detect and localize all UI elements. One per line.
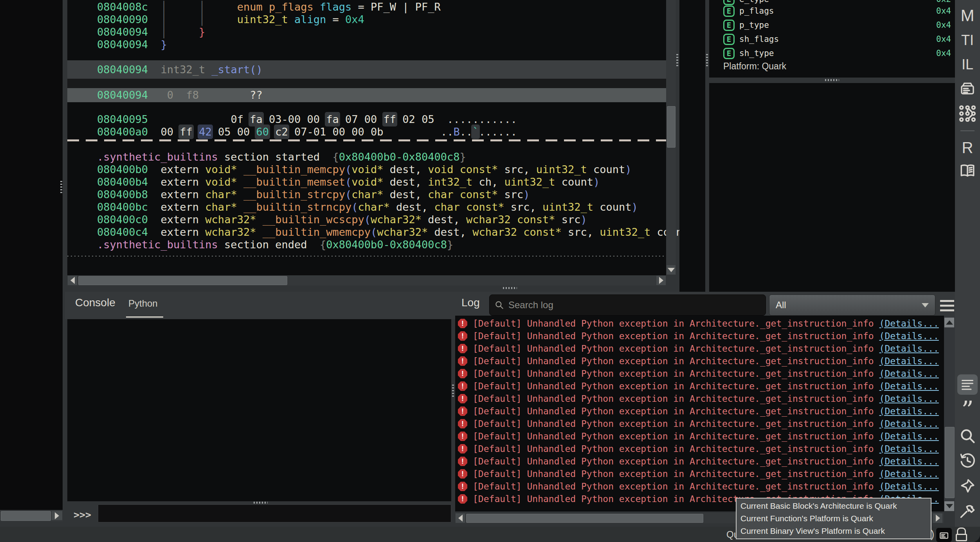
- details-link[interactable]: (Details...: [879, 444, 939, 454]
- archive-status-icon[interactable]: [936, 528, 952, 542]
- left-pane-hscroll-thumb[interactable]: [1, 511, 51, 521]
- right-panel-splitter-handle[interactable]: [825, 79, 839, 81]
- log-vscroll-up-button[interactable]: [944, 318, 954, 327]
- log-filter-dropdown[interactable]: All: [769, 294, 935, 316]
- log-row[interactable]: ![Default] Unhandled Python exception in…: [458, 367, 939, 380]
- details-link[interactable]: (Details...: [879, 431, 939, 441]
- left-splitter-handle[interactable]: [60, 181, 62, 194]
- log-message: [Default] Unhandled Python exception in …: [473, 406, 879, 416]
- hex-line[interactable]: 080400a0 00 ff 42 05 00 60 c2 07-01 00 0…: [97, 126, 517, 138]
- details-link[interactable]: (Details...: [879, 369, 939, 379]
- code-vscrollbar[interactable]: [666, 0, 676, 275]
- log-menu-button[interactable]: [940, 300, 954, 311]
- console-input-splitter-handle[interactable]: [254, 502, 268, 504]
- section-line[interactable]: .synthetic_builtins section ended {0x804…: [97, 238, 453, 251]
- log-row[interactable]: ![Default] Unhandled Python exception in…: [458, 443, 939, 455]
- left-pane-hscrollbar[interactable]: [0, 510, 63, 521]
- log-row[interactable]: ![Default] Unhandled Python exception in…: [458, 330, 939, 342]
- sidebar-il-button[interactable]: IL: [955, 56, 980, 74]
- sidebar-minigraph-button[interactable]: [955, 103, 980, 124]
- log-row[interactable]: ![Default] Unhandled Python exception in…: [458, 405, 939, 417]
- code-hscroll-right-button[interactable]: [656, 276, 666, 285]
- sidebar-log-button-active[interactable]: [957, 374, 978, 395]
- log-row[interactable]: ![Default] Unhandled Python exception in…: [458, 392, 939, 405]
- log-vscroll-down-button[interactable]: [944, 501, 954, 511]
- pin-icon: [959, 478, 976, 494]
- type-size: 0x4: [936, 34, 951, 44]
- type-row-p_flags[interactable]: Ep_flags0x4: [709, 4, 955, 18]
- log-vscrollbar[interactable]: [944, 317, 955, 511]
- python-console-input[interactable]: [98, 504, 451, 522]
- sidebar-find-button[interactable]: [955, 426, 980, 446]
- extern-line[interactable]: 080400c4 extern wchar32* __builtin_wmemc…: [97, 226, 695, 238]
- details-link[interactable]: (Details...: [879, 394, 939, 404]
- type-row-p_type[interactable]: Ep_type0x4: [709, 18, 955, 32]
- log-row[interactable]: ![Default] Unhandled Python exception in…: [458, 430, 939, 443]
- log-output-pane[interactable]: ![Default] Unhandled Python exception in…: [455, 316, 944, 511]
- splitter-handle[interactable]: [676, 54, 678, 67]
- history-clock-icon: [959, 452, 976, 470]
- details-link[interactable]: (Details...: [879, 419, 939, 429]
- console-log-splitter-handle[interactable]: [452, 385, 454, 398]
- function-header-line[interactable]: 08040094 int32_t _start(): [97, 63, 263, 76]
- details-link[interactable]: (Details...: [879, 381, 939, 391]
- sidebar-build-button[interactable]: [955, 502, 980, 522]
- struct-line[interactable]: 08040094 │ }: [97, 26, 205, 38]
- extern-line[interactable]: 080400b4 extern void* __builtin_memset(v…: [97, 176, 600, 188]
- sidebar-register-button[interactable]: R: [955, 138, 980, 157]
- log-search-input[interactable]: Search log: [489, 294, 766, 316]
- log-vscroll-thumb[interactable]: [945, 427, 955, 498]
- struct-line[interactable]: 08040090 │ │ uint32_t align = 0x4: [97, 13, 364, 26]
- code-vscroll-thumb[interactable]: [667, 106, 676, 148]
- struct-line[interactable]: 08040094 }: [97, 38, 167, 51]
- sidebar-comments-button[interactable]: ”: [955, 400, 980, 420]
- log-row[interactable]: ![Default] Unhandled Python exception in…: [458, 455, 939, 468]
- sidebar-type-inspector-button[interactable]: TI: [955, 31, 980, 49]
- sidebar-docs-button[interactable]: [955, 161, 980, 180]
- details-link[interactable]: (Details...: [879, 469, 939, 479]
- left-pane-hscroll-right-button[interactable]: [52, 511, 62, 520]
- bottom-splitter-handle[interactable]: [503, 287, 517, 289]
- details-link[interactable]: (Details...: [879, 481, 939, 491]
- code-hscroll-thumb[interactable]: [78, 276, 287, 285]
- struct-line[interactable]: 0804008c │ │ enum p_flags flags = PF_W |…: [97, 1, 441, 13]
- details-link[interactable]: (Details...: [879, 406, 939, 416]
- details-link[interactable]: (Details...: [879, 331, 939, 341]
- details-link[interactable]: (Details...: [879, 343, 939, 354]
- hex-line[interactable]: 08040095 0f fa 03-00 00 fa 07 00 ff 02 0…: [97, 113, 517, 126]
- log-row[interactable]: ![Default] Unhandled Python exception in…: [458, 380, 939, 392]
- log-row[interactable]: ![Default] Unhandled Python exception in…: [458, 468, 939, 480]
- extern-line[interactable]: 080400b8 extern char* __builtin_strcpy(c…: [97, 188, 530, 201]
- lock-icon[interactable]: [956, 528, 967, 541]
- splitter-handle[interactable]: [706, 54, 708, 67]
- log-row[interactable]: ![Default] Unhandled Python exception in…: [458, 355, 939, 367]
- python-console-output[interactable]: [67, 319, 451, 501]
- types-list-panel[interactable]: Ee_type0x2Ep_flags0x4Ep_type0x4Esh_flags…: [709, 0, 955, 292]
- log-row[interactable]: ![Default] Unhandled Python exception in…: [458, 317, 939, 330]
- log-hscroll-left-button[interactable]: [456, 513, 465, 523]
- sidebar-tag-button[interactable]: [955, 476, 980, 496]
- sidebar-mlil-button[interactable]: M: [955, 5, 980, 26]
- extern-line[interactable]: 080400c0 extern wchar32* __builtin_wcscp…: [97, 213, 587, 226]
- log-row[interactable]: ![Default] Unhandled Python exception in…: [458, 480, 939, 493]
- left-pane: [0, 0, 63, 510]
- selected-instruction-line[interactable]: 08040094 0 f8 ??: [97, 89, 263, 101]
- log-hscroll-right-button[interactable]: [933, 513, 942, 523]
- log-row[interactable]: ![Default] Unhandled Python exception in…: [458, 417, 939, 430]
- log-hscroll-thumb[interactable]: [466, 514, 703, 523]
- sidebar-history-button[interactable]: [955, 451, 980, 471]
- section-line[interactable]: .synthetic_builtins section started {0x8…: [97, 151, 466, 163]
- extern-line[interactable]: 080400b0 extern void* __builtin_memcpy(v…: [97, 163, 632, 176]
- type-row-sh_flags[interactable]: Esh_flags0x4: [709, 32, 955, 46]
- extern-line[interactable]: 080400bc extern char* __builtin_strncpy(…: [97, 201, 638, 213]
- code-hscrollbar[interactable]: [67, 275, 666, 285]
- sidebar-stack-button[interactable]: [955, 79, 980, 98]
- tab-python[interactable]: Python: [128, 298, 158, 309]
- code-hscroll-left-button[interactable]: [68, 276, 77, 285]
- details-link[interactable]: (Details...: [879, 318, 939, 329]
- type-row-sh_type[interactable]: Esh_type0x4: [709, 46, 955, 60]
- code-vscroll-down-button[interactable]: [667, 265, 676, 275]
- details-link[interactable]: (Details...: [879, 356, 939, 366]
- log-row[interactable]: ![Default] Unhandled Python exception in…: [458, 342, 939, 355]
- details-link[interactable]: (Details...: [879, 456, 939, 466]
